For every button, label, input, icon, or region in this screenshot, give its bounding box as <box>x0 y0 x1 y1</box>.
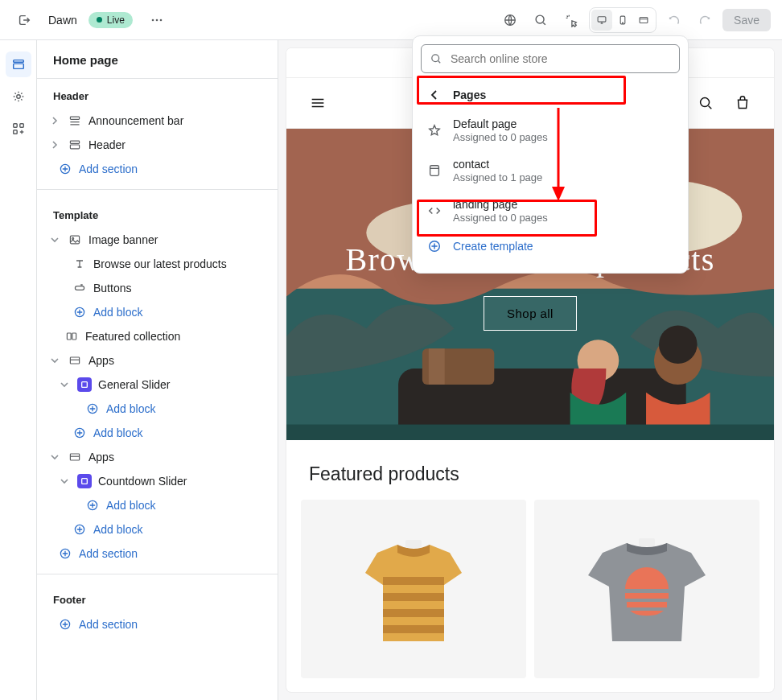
sections-icon <box>11 57 26 72</box>
svg-rect-14 <box>13 130 17 134</box>
panel-item-contact[interactable]: contactAssigned to 1 page <box>413 150 688 191</box>
locale-button[interactable] <box>497 7 523 33</box>
svg-rect-8 <box>640 17 648 23</box>
sidebar-item-apps-2[interactable]: Apps <box>37 445 278 469</box>
search-icon <box>533 13 548 27</box>
tshirt-icon <box>578 529 715 649</box>
svg-point-11 <box>16 95 20 99</box>
viewport-full[interactable] <box>633 10 654 31</box>
sidebar-item-header[interactable]: Header <box>37 133 278 157</box>
panel-search[interactable] <box>421 44 680 73</box>
header-group-heading: Header <box>37 79 278 109</box>
plus-circle-icon <box>86 402 99 415</box>
bag-icon <box>734 94 751 112</box>
template-group-heading: Template <box>37 198 278 228</box>
exit-icon <box>17 13 31 27</box>
image-icon <box>68 233 81 246</box>
svg-rect-9 <box>13 60 23 63</box>
add-block-slider[interactable]: Add block <box>37 397 278 421</box>
svg-rect-46 <box>286 425 774 441</box>
sidebar-item-apps-1[interactable]: Apps <box>37 348 278 373</box>
product-card[interactable] <box>301 500 526 678</box>
add-block-banner[interactable]: Add block <box>37 300 278 324</box>
svg-rect-29 <box>70 454 79 460</box>
left-rail <box>0 40 37 700</box>
header-icon <box>68 138 81 151</box>
panel-create-template[interactable]: Create template <box>413 231 688 261</box>
plus-circle-icon <box>59 618 72 631</box>
svg-rect-42 <box>429 348 445 385</box>
product-card[interactable] <box>534 500 759 678</box>
hamburger-icon <box>309 94 327 112</box>
svg-rect-5 <box>598 16 606 21</box>
viewport-desktop[interactable] <box>591 10 612 31</box>
rail-settings[interactable] <box>6 84 31 109</box>
svg-rect-24 <box>72 333 76 340</box>
sidebar: Home page Header Announcement bar Header… <box>37 40 278 700</box>
exit-button[interactable] <box>11 7 37 33</box>
svg-point-45 <box>659 325 698 364</box>
panel-back[interactable]: Pages <box>413 80 688 110</box>
svg-rect-47 <box>405 540 422 548</box>
template-picker-panel: Pages Default pageAssigned to 0 pages co… <box>412 35 689 274</box>
sidebar-item-browse[interactable]: Browse our latest products <box>37 252 278 276</box>
footer-group-heading: Footer <box>37 583 278 612</box>
viewport-mobile[interactable] <box>612 10 633 31</box>
page-title: Home page <box>37 40 278 79</box>
add-footer-section[interactable]: Add section <box>37 612 278 636</box>
panel-search-input[interactable] <box>449 51 671 66</box>
rail-sections[interactable] <box>6 51 31 77</box>
banner-cta[interactable]: Shop all <box>484 296 577 331</box>
chevron-down-icon <box>60 380 69 389</box>
undo-button[interactable] <box>661 7 687 33</box>
mobile-icon <box>617 14 628 27</box>
save-button[interactable]: Save <box>722 9 771 31</box>
button-icon <box>73 282 86 294</box>
chevron-down-icon <box>50 356 60 365</box>
panel-item-default[interactable]: Default pageAssigned to 0 pages <box>413 110 688 150</box>
section-icon <box>68 354 81 367</box>
topbar: Dawn Live <box>0 0 782 40</box>
collection-icon <box>65 330 78 343</box>
menu-button[interactable] <box>309 94 327 112</box>
chevron-down-icon <box>50 235 60 245</box>
sidebar-item-countdown-slider[interactable]: Countdown Slider <box>37 469 278 493</box>
search-icon <box>697 94 714 112</box>
redo-icon <box>698 13 712 27</box>
svg-rect-30 <box>82 479 88 484</box>
sidebar-item-image-banner[interactable]: Image banner <box>37 228 278 252</box>
svg-point-1 <box>156 19 158 21</box>
panel-item-landing[interactable]: landing pageAssigned to 0 pages <box>413 191 688 231</box>
rail-apps[interactable] <box>6 116 31 142</box>
store-cart[interactable] <box>734 94 751 112</box>
chevron-down-icon <box>60 476 69 486</box>
sidebar-item-featured[interactable]: Featured collection <box>37 324 278 348</box>
add-block-apps1[interactable]: Add block <box>37 421 278 445</box>
app-icon <box>80 477 88 485</box>
app-icon <box>80 381 88 389</box>
svg-rect-51 <box>383 625 444 633</box>
sidebar-item-announcement[interactable]: Announcement bar <box>37 109 278 133</box>
plus-circle-icon <box>59 547 72 560</box>
inspector-button[interactable] <box>558 7 584 33</box>
store-search[interactable] <box>697 94 714 112</box>
svg-rect-10 <box>13 64 23 68</box>
add-block-countdown[interactable]: Add block <box>37 493 278 517</box>
sidebar-item-general-slider[interactable]: General Slider <box>37 373 278 397</box>
featured-title: Featured products <box>286 443 774 500</box>
sidebar-item-buttons[interactable]: Buttons <box>37 276 278 300</box>
svg-rect-12 <box>13 124 17 128</box>
svg-rect-21 <box>75 286 84 290</box>
tshirt-icon <box>349 529 478 649</box>
svg-rect-56 <box>430 166 439 176</box>
add-block-apps2[interactable]: Add block <box>37 517 278 541</box>
svg-rect-17 <box>70 145 79 149</box>
search-button[interactable] <box>528 7 554 33</box>
more-actions-button[interactable] <box>144 7 170 33</box>
redo-button[interactable] <box>692 7 718 33</box>
svg-rect-52 <box>639 538 655 546</box>
svg-rect-49 <box>383 593 444 601</box>
add-header-section[interactable]: Add section <box>37 157 278 181</box>
plus-circle-icon <box>73 523 86 536</box>
add-template-section[interactable]: Add section <box>37 541 278 566</box>
